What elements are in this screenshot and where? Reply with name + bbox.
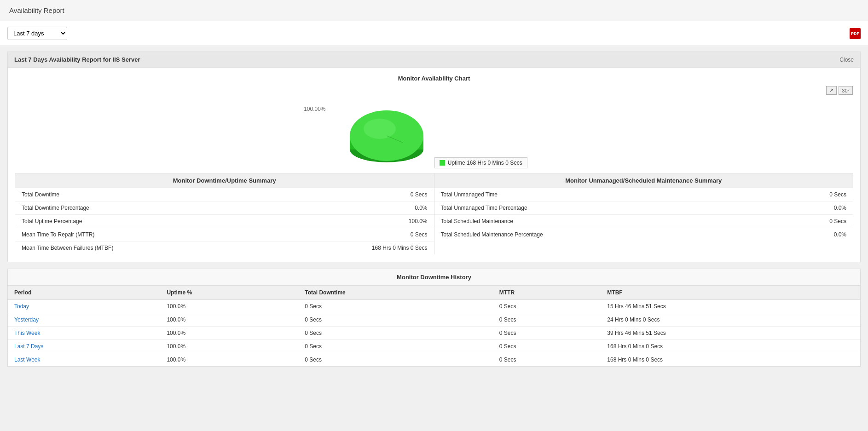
maintenance-row-2: Total Scheduled Maintenance 0 Secs <box>434 215 853 228</box>
history-table: Period Uptime % Total Downtime MTTR MTBF… <box>8 286 860 366</box>
maintenance-row-1: Total Unmanaged Time Percentage 0.0% <box>434 201 853 215</box>
main-content: Last 7 Days Availability Report for IIS … <box>0 46 868 372</box>
history-mttr-4: 0 Secs <box>493 353 601 367</box>
history-mtbf-1: 24 Hrs 0 Mins 0 Secs <box>601 313 860 327</box>
downtime-summary-table: Monitor Downtime/Uptime Summary Total Do… <box>15 173 434 254</box>
downtime-row-0: Total Downtime 0 Secs <box>15 188 434 201</box>
period-select[interactable]: Today Yesterday This Week Last 7 days La… <box>7 27 67 40</box>
history-downtime-1: 0 Secs <box>298 313 492 327</box>
legend-text: Uptime 168 Hrs 0 Mins 0 Secs <box>448 160 522 166</box>
history-period-link-0[interactable]: Today <box>14 303 29 310</box>
page-title: Availability Report <box>9 6 859 14</box>
history-mtbf-0: 15 Hrs 46 Mins 51 Secs <box>601 300 860 313</box>
chart-angle-button[interactable]: 30° <box>839 86 853 95</box>
col-downtime: Total Downtime <box>298 286 492 300</box>
maintenance-row-3: Total Scheduled Maintenance Percentage 0… <box>434 228 853 241</box>
section-title: Last 7 Days Availability Report for IIS … <box>14 56 140 63</box>
svg-point-3 <box>364 119 396 139</box>
pie-percent-label: 100.00% <box>304 106 325 112</box>
history-row-2: This Week100.0%0 Secs0 Secs39 Hrs 46 Min… <box>8 327 860 340</box>
downtime-row-2: Total Uptime Percentage 100.0% <box>15 215 434 228</box>
chart-area: Monitor Availability Chart ↗ 30° 100.00% <box>8 68 860 262</box>
chart-title: Monitor Availability Chart <box>15 75 853 82</box>
history-uptime-1: 100.0% <box>160 313 298 327</box>
close-link[interactable]: Close <box>839 57 854 63</box>
summary-tables: Monitor Downtime/Uptime Summary Total Do… <box>15 173 853 254</box>
history-mtbf-2: 39 Hrs 46 Mins 51 Secs <box>601 327 860 340</box>
downtime-row-3: Mean Time To Repair (MTTR) 0 Secs <box>15 228 434 241</box>
history-downtime-2: 0 Secs <box>298 327 492 340</box>
history-row-3: Last 7 Days100.0%0 Secs0 Secs168 Hrs 0 M… <box>8 340 860 353</box>
history-downtime-3: 0 Secs <box>298 340 492 353</box>
history-section: Monitor Downtime History Period Uptime %… <box>7 269 861 367</box>
history-row-1: Yesterday100.0%0 Secs0 Secs24 Hrs 0 Mins… <box>8 313 860 327</box>
history-period-link-2[interactable]: This Week <box>14 330 40 336</box>
history-uptime-3: 100.0% <box>160 340 298 353</box>
pie-chart-svg <box>341 92 433 166</box>
history-period-link-1[interactable]: Yesterday <box>14 316 39 323</box>
history-table-header-row: Period Uptime % Total Downtime MTTR MTBF <box>8 286 860 300</box>
page-header: Availability Report <box>0 0 868 21</box>
chart-controls: ↗ 30° <box>826 86 853 95</box>
history-mttr-3: 0 Secs <box>493 340 601 353</box>
maintenance-row-0: Total Unmanaged Time 0 Secs <box>434 188 853 201</box>
maintenance-summary-header: Monitor Unmanaged/Scheduled Maintenance … <box>434 173 853 188</box>
col-mttr: MTTR <box>493 286 601 300</box>
history-downtime-0: 0 Secs <box>298 300 492 313</box>
maintenance-summary-table: Monitor Unmanaged/Scheduled Maintenance … <box>434 173 853 254</box>
history-row-4: Last Week100.0%0 Secs0 Secs168 Hrs 0 Min… <box>8 353 860 367</box>
section-header: Last 7 Days Availability Report for IIS … <box>8 52 860 68</box>
pdf-export-button[interactable]: PDF <box>850 28 861 39</box>
col-mtbf: MTBF <box>601 286 860 300</box>
downtime-summary-header: Monitor Downtime/Uptime Summary <box>15 173 434 188</box>
history-period-link-4[interactable]: Last Week <box>14 356 40 363</box>
col-uptime: Uptime % <box>160 286 298 300</box>
toolbar: Today Yesterday This Week Last 7 days La… <box>0 21 868 46</box>
history-mttr-1: 0 Secs <box>493 313 601 327</box>
history-uptime-0: 100.0% <box>160 300 298 313</box>
chart-legend: Uptime 168 Hrs 0 Mins 0 Secs <box>434 157 527 168</box>
chart-export-button[interactable]: ↗ <box>826 86 837 95</box>
report-section: Last 7 Days Availability Report for IIS … <box>7 52 861 262</box>
history-uptime-4: 100.0% <box>160 353 298 367</box>
history-mttr-2: 0 Secs <box>493 327 601 340</box>
history-mtbf-3: 168 Hrs 0 Mins 0 Secs <box>601 340 860 353</box>
history-mtbf-4: 168 Hrs 0 Mins 0 Secs <box>601 353 860 367</box>
downtime-row-1: Total Downtime Percentage 0.0% <box>15 201 434 215</box>
history-period-link-3[interactable]: Last 7 Days <box>14 343 43 350</box>
history-uptime-2: 100.0% <box>160 327 298 340</box>
col-period: Period <box>8 286 160 300</box>
history-row-0: Today100.0%0 Secs0 Secs15 Hrs 46 Mins 51… <box>8 300 860 313</box>
history-title: Monitor Downtime History <box>8 269 860 286</box>
pie-chart-container: 100.00% <box>341 92 527 168</box>
history-mttr-0: 0 Secs <box>493 300 601 313</box>
legend-color-swatch <box>440 160 445 166</box>
history-downtime-4: 0 Secs <box>298 353 492 367</box>
downtime-row-4: Mean Time Between Failures (MTBF) 168 Hr… <box>15 241 434 254</box>
